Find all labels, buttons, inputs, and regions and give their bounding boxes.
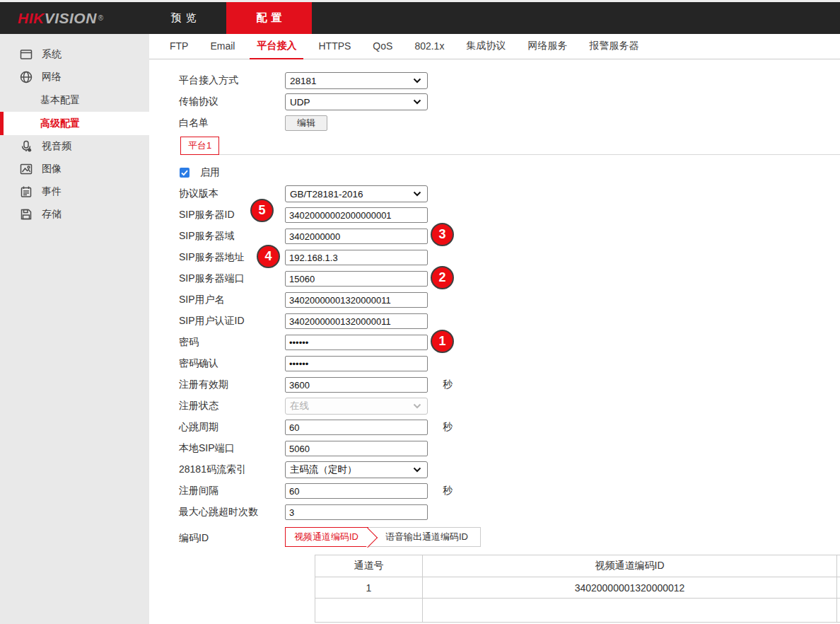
encoding-id-row: 编码ID 视频通道编码ID 语音输出通道编码ID	[179, 527, 840, 548]
registration-status-select: 在线	[285, 398, 428, 415]
field-label: 注册状态	[179, 400, 285, 412]
sidebar-item-label: 存储	[42, 208, 62, 221]
field-label: 密码	[179, 336, 285, 349]
field-label: 心跳周期	[179, 421, 285, 434]
stream-index-select[interactable]: 主码流（定时）	[285, 461, 428, 478]
registration-interval-input[interactable]	[285, 483, 428, 499]
audio-output-channel-encoding-tab[interactable]: 语音输出通道编码ID	[368, 527, 481, 547]
network-icon	[19, 70, 33, 84]
tab-platform-access[interactable]: 平台接入	[250, 34, 303, 59]
sidebar-item-image[interactable]: 图像	[0, 158, 149, 180]
sidebar-item-label: 网络	[42, 71, 62, 83]
sidebar-item-storage[interactable]: 存储	[0, 203, 149, 226]
tab-network-service[interactable]: 网络服务	[520, 34, 574, 59]
sidebar-item-basic-config[interactable]: 基本配置	[0, 88, 149, 112]
spacer-cell	[837, 599, 840, 623]
max-heartbeat-timeout-input[interactable]	[285, 504, 428, 520]
select-value: 28181	[290, 76, 317, 86]
unit-seconds: 秒	[443, 379, 453, 391]
tab-https[interactable]: HTTPS	[311, 34, 358, 59]
form-row-password: 密码 1	[179, 332, 840, 353]
annotation-badge-4: 4	[257, 245, 280, 268]
sip-server-id-input[interactable]	[285, 207, 428, 223]
chevron-down-icon	[413, 78, 421, 83]
topbar-tab-preview[interactable]: 预览	[141, 2, 226, 34]
unit-seconds: 秒	[443, 421, 453, 434]
sidebar-item-label: 高级配置	[40, 117, 80, 130]
tab-alarm-server[interactable]: 报警服务器	[582, 34, 646, 59]
select-value: 在线	[290, 400, 309, 412]
settings-tab-bar: FTP Email 平台接入 HTTPS QoS 802.1x 集成协议 网络服…	[149, 34, 840, 59]
sidebar-item-label: 系统	[42, 48, 62, 61]
password-input[interactable]	[285, 335, 428, 350]
select-value: GB/T28181-2016	[290, 189, 363, 200]
sip-auth-id-input[interactable]	[285, 313, 428, 329]
field-label: 传输协议	[179, 96, 285, 108]
tab-email[interactable]: Email	[203, 34, 242, 59]
tab-8021x[interactable]: 802.1x	[407, 34, 451, 59]
platform-access-mode-select[interactable]: 28181	[285, 72, 428, 89]
field-label: 28181码流索引	[179, 463, 285, 476]
chevron-down-icon	[413, 403, 421, 409]
form-row-local-sip-port: 本地SIP端口	[179, 438, 840, 459]
spacer-cell	[837, 577, 840, 599]
platform-tab-divider	[219, 154, 840, 155]
sidebar: 系统 网络 基本配置 高级配置 视音频 图像	[0, 34, 149, 624]
sidebar-item-video-audio[interactable]: 视音频	[0, 135, 149, 158]
platform1-tab[interactable]: 平台1	[180, 137, 219, 155]
form-row-max-heartbeat-timeout: 最大心跳超时次数	[179, 502, 840, 523]
password-confirm-input[interactable]	[285, 356, 428, 371]
form-row-sip-auth-id: SIP用户认证ID	[179, 311, 840, 332]
field-label: 编码ID	[179, 527, 285, 545]
field-label: 密码确认	[179, 357, 285, 370]
sip-server-domain-input[interactable]	[285, 229, 428, 244]
form-row-sip-server-domain: SIP服务器域 3	[179, 226, 840, 247]
tab-integration-protocol[interactable]: 集成协议	[459, 34, 513, 59]
column-header-video-encoding-id: 视频通道编码ID	[423, 555, 837, 577]
channel-number-cell: 1	[315, 577, 423, 599]
tab-qos[interactable]: QoS	[366, 34, 399, 59]
form-row-sip-server-port: SIP服务器端口 2	[179, 268, 840, 289]
column-header-channel: 通道号	[315, 555, 423, 577]
hikvision-logo: HIKVISION®	[0, 2, 141, 34]
registration-validity-input[interactable]	[285, 377, 428, 393]
local-sip-port-input[interactable]	[285, 441, 428, 456]
sip-server-port-input[interactable]	[285, 271, 428, 287]
sidebar-item-label: 视音频	[42, 140, 71, 153]
video-encoding-id-cell[interactable]: 34020000001320000012	[423, 577, 837, 599]
protocol-version-select[interactable]: GB/T28181-2016	[285, 185, 428, 202]
annotation-badge-1: 1	[431, 330, 454, 353]
sidebar-item-network[interactable]: 网络	[0, 66, 149, 88]
column-header-spacer	[837, 555, 840, 577]
sidebar-item-system[interactable]: 系统	[0, 43, 149, 66]
transport-protocol-select[interactable]: UDP	[285, 93, 428, 110]
sidebar-item-advanced-config[interactable]: 高级配置	[0, 112, 149, 135]
enable-checkbox[interactable]	[180, 168, 189, 178]
annotation-badge-2: 2	[431, 266, 454, 289]
storage-icon	[19, 207, 33, 221]
form-row-reg-validity: 注册有效期 秒	[179, 374, 840, 395]
sip-server-address-input[interactable]	[285, 250, 428, 265]
system-icon	[19, 47, 33, 62]
form-row-reg-status: 注册状态 在线	[179, 395, 840, 417]
form-row-protocol-version: 协议版本 GB/T28181-2016	[179, 183, 840, 204]
sip-username-input[interactable]	[285, 292, 428, 308]
form-row-heartbeat: 心跳周期 秒	[179, 417, 840, 438]
sidebar-item-event[interactable]: 事件	[0, 180, 149, 203]
chevron-down-icon	[413, 99, 421, 105]
heartbeat-period-input[interactable]	[285, 420, 428, 435]
topbar-tab-configuration[interactable]: 配置	[226, 2, 312, 34]
video-encoding-id-cell[interactable]	[423, 599, 837, 623]
microphone-icon	[19, 139, 33, 154]
whitelist-edit-button[interactable]: 编辑	[285, 115, 327, 131]
logo-hik-text: HIK	[18, 10, 45, 27]
sidebar-item-label: 事件	[42, 185, 62, 198]
field-label: 本地SIP端口	[179, 442, 285, 455]
tab-ftp[interactable]: FTP	[163, 34, 195, 59]
form-row-transport: 传输协议 UDP	[179, 91, 840, 112]
field-label: SIP服务器端口	[179, 272, 285, 285]
form-row-whitelist: 白名单 编辑	[179, 112, 840, 134]
platform-tab-row: 平台1	[179, 137, 840, 155]
video-channel-encoding-tab[interactable]: 视频通道编码ID	[285, 527, 368, 547]
form-row-sip-server-id: SIP服务器ID 5	[179, 204, 840, 226]
